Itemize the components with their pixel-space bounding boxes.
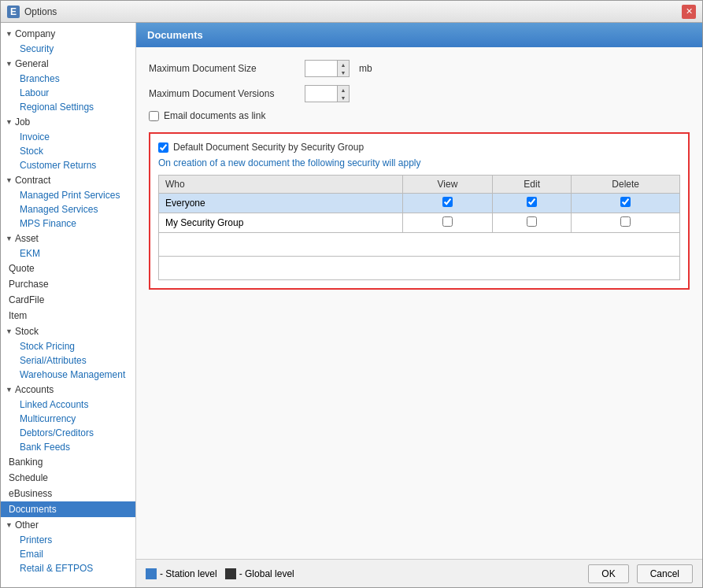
col-delete: Delete	[572, 176, 680, 194]
max-doc-size-row: Maximum Document Size 10 ▲ ▼ mb	[149, 60, 690, 77]
sidebar-item-job[interactable]: ▼ Job	[1, 114, 135, 130]
email-link-checkbox[interactable]	[149, 111, 159, 121]
security-group-box: Default Document Security by Security Gr…	[149, 132, 690, 290]
security-group-header: Default Document Security by Security Gr…	[158, 142, 680, 153]
max-doc-size-spinner-buttons: ▲ ▼	[337, 61, 349, 76]
mygroup-edit-checkbox[interactable]	[527, 216, 537, 227]
panel-header: Documents	[136, 23, 702, 47]
row-who-mygroup: My Security Group	[159, 213, 403, 233]
legend-station-label: - Station level	[160, 568, 217, 579]
everyone-view-checkbox[interactable]	[442, 197, 453, 207]
sidebar-item-warehouse-management[interactable]: Warehouse Management	[1, 368, 135, 382]
sidebar-item-general[interactable]: ▼ General	[1, 56, 135, 72]
max-doc-versions-label: Maximum Document Versions	[149, 88, 298, 99]
sidebar-item-branches[interactable]: Branches	[1, 72, 135, 86]
max-doc-size-label: Maximum Document Size	[149, 63, 298, 74]
row-edit-mygroup	[492, 213, 571, 233]
sidebar-item-managed-print-services[interactable]: Managed Print Services	[1, 188, 135, 202]
sidebar-item-ebusiness[interactable]: eBusiness	[1, 486, 135, 501]
window-icon: E	[7, 6, 20, 18]
main-content: ▼ Company Security ▼ General Branches La…	[1, 23, 702, 587]
row-view-everyone	[402, 194, 492, 213]
sidebar-item-documents[interactable]: Documents	[1, 501, 135, 517]
max-doc-versions-spinner-buttons: ▲ ▼	[337, 86, 349, 102]
sidebar-item-ekm[interactable]: EKM	[1, 246, 135, 261]
max-doc-versions-spinner[interactable]: 10 ▲ ▼	[305, 85, 350, 102]
sidebar-item-invoice[interactable]: Invoice	[1, 130, 135, 144]
sidebar-item-item[interactable]: Item	[1, 308, 135, 324]
sidebar-item-retail-eftpos[interactable]: Retail & EFTPOS	[1, 561, 135, 575]
max-doc-versions-up[interactable]: ▲	[338, 86, 349, 94]
sidebar-item-company[interactable]: ▼ Company	[1, 26, 135, 42]
row-delete-everyone	[572, 194, 680, 213]
window-title: Options	[24, 6, 677, 17]
everyone-delete-checkbox[interactable]	[620, 197, 631, 207]
legend-global: - Global level	[225, 568, 294, 579]
max-doc-size-up[interactable]: ▲	[338, 61, 349, 68]
row-who-everyone: Everyone	[159, 194, 403, 213]
mygroup-view-checkbox[interactable]	[442, 216, 453, 227]
max-doc-versions-down[interactable]: ▼	[338, 94, 349, 102]
max-doc-size-input[interactable]: 10	[305, 61, 337, 76]
sidebar-item-security[interactable]: Security	[1, 42, 135, 56]
sidebar-item-quote[interactable]: Quote	[1, 261, 135, 276]
sidebar-item-contract[interactable]: ▼ Contract	[1, 172, 135, 188]
max-doc-versions-input[interactable]: 10	[305, 87, 337, 101]
col-edit: Edit	[492, 176, 571, 194]
max-doc-size-down[interactable]: ▼	[338, 68, 349, 76]
sidebar: ▼ Company Security ▼ General Branches La…	[1, 23, 136, 587]
table-row[interactable]: My Security Group	[159, 213, 680, 233]
everyone-edit-checkbox[interactable]	[527, 197, 537, 207]
sidebar-item-stock[interactable]: Stock	[1, 144, 135, 158]
row-delete-mygroup	[572, 213, 680, 233]
legend-station: - Station level	[146, 568, 217, 579]
security-group-desc: On creation of a new document the follow…	[158, 157, 680, 168]
security-group-title: Default Document Security by Security Gr…	[173, 142, 364, 153]
sidebar-item-customer-returns[interactable]: Customer Returns	[1, 158, 135, 172]
main-panel: Documents Maximum Document Size 10 ▲ ▼ m…	[136, 23, 702, 587]
sidebar-item-linked-accounts[interactable]: Linked Accounts	[1, 398, 135, 412]
email-link-row: Email documents as link	[149, 110, 690, 121]
sidebar-item-bank-feeds[interactable]: Bank Feeds	[1, 440, 135, 454]
sidebar-item-managed-services[interactable]: Managed Services	[1, 202, 135, 216]
sidebar-item-cardfile[interactable]: CardFile	[1, 292, 135, 308]
mygroup-delete-checkbox[interactable]	[620, 216, 631, 227]
sidebar-item-printers[interactable]: Printers	[1, 533, 135, 547]
sidebar-item-serial-attributes[interactable]: Serial/Attributes	[1, 353, 135, 368]
sidebar-item-stock-pricing[interactable]: Stock Pricing	[1, 339, 135, 353]
table-row[interactable]: Everyone	[159, 194, 680, 213]
sidebar-item-stock-group[interactable]: ▼ Stock	[1, 324, 135, 339]
sidebar-item-mps-finance[interactable]: MPS Finance	[1, 216, 135, 231]
ok-button[interactable]: OK	[588, 564, 628, 583]
sidebar-item-accounts[interactable]: ▼ Accounts	[1, 382, 135, 398]
max-doc-size-unit: mb	[359, 63, 372, 74]
sidebar-item-labour[interactable]: Labour	[1, 86, 135, 100]
row-view-mygroup	[402, 213, 492, 233]
col-view: View	[402, 176, 492, 194]
max-doc-versions-row: Maximum Document Versions 10 ▲ ▼	[149, 85, 690, 102]
max-doc-size-spinner[interactable]: 10 ▲ ▼	[305, 60, 350, 77]
sidebar-item-banking[interactable]: Banking	[1, 454, 135, 470]
sidebar-item-purchase[interactable]: Purchase	[1, 276, 135, 292]
legend-station-box	[146, 568, 157, 579]
close-button[interactable]: ✕	[682, 5, 696, 19]
legend-global-label: - Global level	[239, 568, 294, 579]
row-edit-everyone	[492, 194, 571, 213]
sidebar-item-asset[interactable]: ▼ Asset	[1, 231, 135, 246]
col-who: Who	[159, 176, 403, 194]
cancel-button[interactable]: Cancel	[637, 564, 693, 583]
sidebar-item-multicurrency[interactable]: Multicurrency	[1, 412, 135, 426]
security-group-checkbox[interactable]	[158, 142, 168, 153]
panel-body: Maximum Document Size 10 ▲ ▼ mb Maximum …	[136, 47, 702, 559]
sidebar-item-debtors-creditors[interactable]: Debtors/Creditors	[1, 426, 135, 440]
sidebar-item-schedule[interactable]: Schedule	[1, 470, 135, 486]
sidebar-item-regional-settings[interactable]: Regional Settings	[1, 100, 135, 114]
sidebar-item-other[interactable]: ▼ Other	[1, 517, 135, 533]
empty-row	[159, 257, 680, 280]
title-bar: E Options ✕	[1, 1, 702, 23]
sidebar-item-email[interactable]: Email	[1, 547, 135, 561]
empty-row	[159, 233, 680, 257]
email-link-label: Email documents as link	[164, 110, 265, 121]
legend-global-box	[225, 568, 236, 579]
options-window: E Options ✕ ▼ Company Security ▼ General…	[0, 0, 703, 588]
